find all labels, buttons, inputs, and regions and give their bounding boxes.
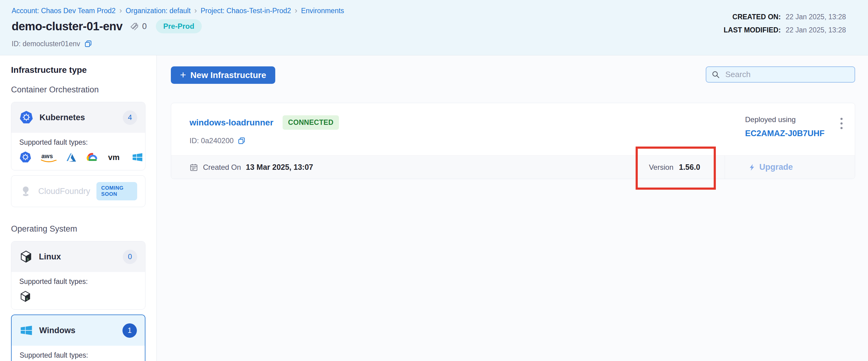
supported-fault-types-label: Supported fault types: <box>20 351 137 359</box>
tags-group: 0 <box>129 21 147 32</box>
sidebar-heading: Infrastructure type <box>11 65 146 75</box>
copy-icon[interactable] <box>84 39 92 48</box>
search-box <box>706 66 855 83</box>
created-on-label: CREATED ON: <box>724 13 781 21</box>
linux-icon: $ <box>19 250 33 263</box>
last-modified-value: 22 Jan 2025, 13:28 <box>786 26 846 34</box>
infra-type-card-kubernetes[interactable]: Kubernetes 4 Supported fault types: <box>11 102 146 170</box>
header-meta: CREATED ON: 22 Jan 2025, 13:28 LAST MODI… <box>724 13 846 34</box>
breadcrumb-project[interactable]: Project: Chaos-Test-in-Prod2 <box>200 7 291 15</box>
svg-text:aws: aws <box>41 153 53 159</box>
created-on-label: Created On <box>203 163 241 172</box>
new-infrastructure-button[interactable]: + New Infrastructure <box>171 66 275 84</box>
search-icon <box>711 70 720 79</box>
deployed-using-link[interactable]: EC2AMAZ-J0B7UHF <box>745 129 825 138</box>
windows-label: Windows <box>39 326 75 335</box>
breadcrumb-separator: › <box>295 6 298 14</box>
created-on-value: 13 Mar 2025, 13:07 <box>246 163 313 172</box>
kubernetes-icon <box>19 151 32 163</box>
cloudfoundry-icon <box>19 185 32 198</box>
calendar-icon <box>189 163 198 172</box>
version-value: 1.56.0 <box>679 163 700 172</box>
breadcrumb-account[interactable]: Account: Chaos Dev Team Prod2 <box>12 7 116 15</box>
breadcrumb-separator: › <box>194 6 197 14</box>
environment-main-panel: + New Infrastructure <box>157 55 868 361</box>
operating-system-label: Operating System <box>11 224 146 234</box>
infrastructure-type-sidebar: Infrastructure type Container Orchestrat… <box>0 55 157 361</box>
tags-icon <box>129 21 140 32</box>
search-input[interactable] <box>725 69 849 79</box>
infrastructure-id: ID: 0a240200 <box>189 136 234 145</box>
status-badge: CONNECTED <box>283 115 339 130</box>
coming-soon-badge: COMING SOON <box>96 182 137 200</box>
windows-count-badge: 1 <box>122 323 137 338</box>
aws-icon: aws <box>39 152 57 163</box>
breadcrumb-environments[interactable]: Environments <box>301 7 344 15</box>
more-options-icon[interactable] <box>839 117 844 130</box>
lightning-icon <box>748 163 756 172</box>
supported-fault-types-label: Supported fault types: <box>19 138 137 146</box>
kubernetes-icon <box>19 110 33 125</box>
created-on-value: 22 Jan 2025, 13:28 <box>786 13 846 21</box>
tag-count: 0 <box>142 22 147 31</box>
version-label: Version <box>649 163 673 172</box>
kubernetes-count-badge: 4 <box>123 110 137 125</box>
container-orchestration-label: Container Orchestration <box>11 85 146 95</box>
linux-icon: $ <box>19 290 32 302</box>
linux-label: Linux <box>39 252 61 262</box>
linux-count-badge: 0 <box>123 250 137 264</box>
page: Account: Chaos Dev Team Prod2 › Organiza… <box>0 0 868 361</box>
environment-id: ID: democluster01env <box>12 40 80 48</box>
upgrade-button[interactable]: Upgrade <box>725 156 855 179</box>
infra-type-card-windows[interactable]: Windows 1 Supported fault types: <box>11 315 146 361</box>
windows-icon <box>131 152 144 163</box>
environment-type-badge: Pre-Prod <box>156 19 202 33</box>
svg-text:$: $ <box>26 297 28 301</box>
page-title: demo-cluster-01-env <box>12 20 122 33</box>
infrastructure-name-link[interactable]: windows-loadrunner <box>189 118 273 128</box>
copy-icon[interactable] <box>237 136 246 145</box>
breadcrumb-organization[interactable]: Organization: default <box>126 7 190 15</box>
infra-type-card-cloudfoundry: CloudFoundry COMING SOON <box>11 175 146 207</box>
new-infrastructure-label: New Infrastructure <box>190 70 266 80</box>
supported-fault-types-label: Supported fault types: <box>19 277 137 286</box>
plus-icon: + <box>180 69 186 80</box>
gcp-icon <box>86 152 99 162</box>
infra-type-card-linux[interactable]: $ Linux 0 Supported fault types: <box>11 241 146 309</box>
svg-text:$: $ <box>27 258 29 261</box>
breadcrumb-separator: › <box>119 6 122 14</box>
cloudfoundry-label: CloudFoundry <box>38 187 90 196</box>
azure-icon <box>65 152 78 163</box>
deployed-using-label: Deployed using <box>745 115 825 124</box>
vmware-icon: vm <box>107 152 123 162</box>
upgrade-label: Upgrade <box>759 162 793 172</box>
svg-text:vm: vm <box>108 153 120 162</box>
kubernetes-label: Kubernetes <box>39 113 85 122</box>
page-header: Account: Chaos Dev Team Prod2 › Organiza… <box>0 0 868 55</box>
last-modified-label: LAST MODIFIED: <box>724 26 781 34</box>
infrastructure-card: windows-loadrunner CONNECTED ID: 0a24020… <box>171 103 855 179</box>
windows-icon <box>20 324 33 337</box>
